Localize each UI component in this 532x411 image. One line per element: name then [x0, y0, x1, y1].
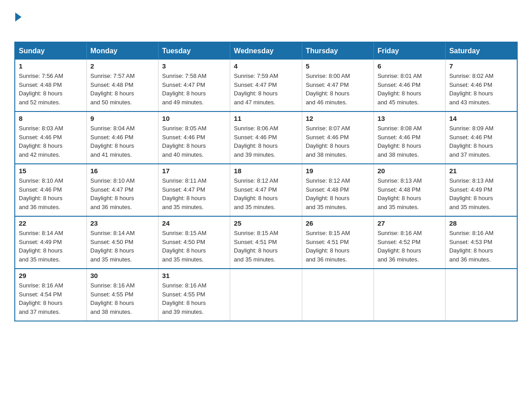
day-info: Sunrise: 8:13 AMSunset: 4:48 PMDaylight:…	[378, 176, 442, 211]
calendar-week-3: 15Sunrise: 8:10 AMSunset: 4:46 PMDayligh…	[15, 164, 517, 216]
day-info: Sunrise: 8:16 AMSunset: 4:52 PMDaylight:…	[378, 229, 442, 264]
day-number: 9	[90, 115, 154, 122]
day-number: 31	[162, 272, 226, 279]
calendar-week-4: 22Sunrise: 8:14 AMSunset: 4:49 PMDayligh…	[15, 216, 517, 269]
day-number: 7	[449, 62, 513, 70]
day-info: Sunrise: 8:02 AMSunset: 4:46 PMDaylight:…	[449, 72, 513, 107]
calendar-table: SundayMondayTuesdayWednesdayThursdayFrid…	[14, 42, 518, 321]
day-number: 24	[162, 219, 226, 227]
day-info: Sunrise: 8:06 AMSunset: 4:46 PMDaylight:…	[234, 124, 298, 159]
weekday-header-thursday: Thursday	[302, 42, 373, 60]
day-number: 19	[306, 167, 370, 175]
calendar-cell	[446, 269, 517, 321]
weekday-header-tuesday: Tuesday	[159, 42, 230, 60]
calendar-cell: 18Sunrise: 8:12 AMSunset: 4:47 PMDayligh…	[230, 164, 302, 216]
day-info: Sunrise: 8:12 AMSunset: 4:47 PMDaylight:…	[234, 176, 298, 211]
calendar-cell: 24Sunrise: 8:15 AMSunset: 4:50 PMDayligh…	[159, 216, 230, 269]
day-number: 27	[378, 219, 442, 227]
calendar-cell: 27Sunrise: 8:16 AMSunset: 4:52 PMDayligh…	[373, 216, 445, 269]
day-info: Sunrise: 8:11 AMSunset: 4:47 PMDaylight:…	[162, 176, 226, 211]
day-info: Sunrise: 8:16 AMSunset: 4:53 PMDaylight:…	[449, 229, 513, 264]
calendar-header-row: SundayMondayTuesdayWednesdayThursdayFrid…	[15, 42, 517, 60]
calendar-cell: 17Sunrise: 8:11 AMSunset: 4:47 PMDayligh…	[159, 164, 230, 216]
calendar-cell: 28Sunrise: 8:16 AMSunset: 4:53 PMDayligh…	[446, 216, 517, 269]
day-info: Sunrise: 8:12 AMSunset: 4:48 PMDaylight:…	[306, 176, 370, 211]
weekday-header-monday: Monday	[86, 42, 158, 60]
calendar-cell: 6Sunrise: 8:01 AMSunset: 4:46 PMDaylight…	[373, 60, 445, 111]
calendar-cell	[302, 269, 373, 321]
day-info: Sunrise: 8:16 AMSunset: 4:54 PMDaylight:…	[19, 281, 83, 316]
day-number: 25	[234, 219, 298, 227]
day-number: 2	[90, 62, 154, 70]
weekday-header-sunday: Sunday	[15, 42, 86, 60]
calendar-cell: 14Sunrise: 8:09 AMSunset: 4:46 PMDayligh…	[446, 111, 517, 164]
day-number: 18	[234, 167, 298, 175]
day-number: 29	[19, 272, 83, 279]
calendar-cell: 26Sunrise: 8:15 AMSunset: 4:51 PMDayligh…	[302, 216, 373, 269]
calendar-cell: 25Sunrise: 8:15 AMSunset: 4:51 PMDayligh…	[230, 216, 302, 269]
day-number: 28	[449, 219, 513, 227]
day-number: 11	[234, 115, 298, 122]
day-info: Sunrise: 8:07 AMSunset: 4:46 PMDaylight:…	[306, 124, 370, 159]
calendar-cell: 23Sunrise: 8:14 AMSunset: 4:50 PMDayligh…	[86, 216, 158, 269]
day-number: 13	[378, 115, 442, 122]
day-info: Sunrise: 8:08 AMSunset: 4:46 PMDaylight:…	[378, 124, 442, 159]
calendar-cell: 31Sunrise: 8:16 AMSunset: 4:55 PMDayligh…	[159, 269, 230, 321]
calendar-cell: 2Sunrise: 7:57 AMSunset: 4:48 PMDaylight…	[86, 60, 158, 111]
day-info: Sunrise: 8:14 AMSunset: 4:50 PMDaylight:…	[90, 229, 154, 264]
calendar-cell: 16Sunrise: 8:10 AMSunset: 4:47 PMDayligh…	[86, 164, 158, 216]
calendar-cell: 29Sunrise: 8:16 AMSunset: 4:54 PMDayligh…	[15, 269, 86, 321]
day-info: Sunrise: 7:58 AMSunset: 4:47 PMDaylight:…	[162, 72, 226, 107]
calendar-cell: 1Sunrise: 7:56 AMSunset: 4:48 PMDaylight…	[15, 60, 86, 111]
calendar-cell: 21Sunrise: 8:13 AMSunset: 4:49 PMDayligh…	[446, 164, 517, 216]
calendar-cell: 4Sunrise: 7:59 AMSunset: 4:47 PMDaylight…	[230, 60, 302, 111]
calendar-cell: 3Sunrise: 7:58 AMSunset: 4:47 PMDaylight…	[159, 60, 230, 111]
day-info: Sunrise: 8:15 AMSunset: 4:51 PMDaylight:…	[234, 229, 298, 264]
day-number: 3	[162, 62, 226, 70]
day-info: Sunrise: 8:10 AMSunset: 4:47 PMDaylight:…	[90, 176, 154, 211]
calendar-cell: 30Sunrise: 8:16 AMSunset: 4:55 PMDayligh…	[86, 269, 158, 321]
day-info: Sunrise: 8:03 AMSunset: 4:46 PMDaylight:…	[19, 124, 83, 159]
calendar-cell: 15Sunrise: 8:10 AMSunset: 4:46 PMDayligh…	[15, 164, 86, 216]
day-number: 17	[162, 167, 226, 175]
day-info: Sunrise: 8:14 AMSunset: 4:49 PMDaylight:…	[19, 229, 83, 264]
calendar-cell: 22Sunrise: 8:14 AMSunset: 4:49 PMDayligh…	[15, 216, 86, 269]
calendar-cell	[230, 269, 302, 321]
day-number: 22	[19, 219, 83, 227]
calendar-week-5: 29Sunrise: 8:16 AMSunset: 4:54 PMDayligh…	[15, 269, 517, 321]
day-info: Sunrise: 8:13 AMSunset: 4:49 PMDaylight:…	[449, 176, 513, 211]
calendar-cell: 7Sunrise: 8:02 AMSunset: 4:46 PMDaylight…	[446, 60, 517, 111]
day-number: 14	[449, 115, 513, 122]
calendar-cell: 13Sunrise: 8:08 AMSunset: 4:46 PMDayligh…	[373, 111, 445, 164]
calendar-cell: 19Sunrise: 8:12 AMSunset: 4:48 PMDayligh…	[302, 164, 373, 216]
day-number: 21	[449, 167, 513, 175]
day-number: 15	[19, 167, 83, 175]
day-info: Sunrise: 8:16 AMSunset: 4:55 PMDaylight:…	[90, 281, 154, 316]
day-number: 6	[378, 62, 442, 70]
day-info: Sunrise: 7:59 AMSunset: 4:47 PMDaylight:…	[234, 72, 298, 107]
calendar-cell: 10Sunrise: 8:05 AMSunset: 4:46 PMDayligh…	[159, 111, 230, 164]
calendar-week-2: 8Sunrise: 8:03 AMSunset: 4:46 PMDaylight…	[15, 111, 517, 164]
weekday-header-friday: Friday	[373, 42, 445, 60]
calendar-week-1: 1Sunrise: 7:56 AMSunset: 4:48 PMDaylight…	[15, 60, 517, 111]
calendar-cell: 9Sunrise: 8:04 AMSunset: 4:46 PMDaylight…	[86, 111, 158, 164]
day-number: 20	[378, 167, 442, 175]
day-number: 8	[19, 115, 83, 122]
calendar-cell: 8Sunrise: 8:03 AMSunset: 4:46 PMDaylight…	[15, 111, 86, 164]
logo	[14, 11, 21, 34]
day-info: Sunrise: 8:01 AMSunset: 4:46 PMDaylight:…	[378, 72, 442, 107]
calendar-cell: 20Sunrise: 8:13 AMSunset: 4:48 PMDayligh…	[373, 164, 445, 216]
day-number: 26	[306, 219, 370, 227]
day-number: 12	[306, 115, 370, 122]
day-info: Sunrise: 8:09 AMSunset: 4:46 PMDaylight:…	[449, 124, 513, 159]
calendar-cell: 11Sunrise: 8:06 AMSunset: 4:46 PMDayligh…	[230, 111, 302, 164]
weekday-header-wednesday: Wednesday	[230, 42, 302, 60]
day-info: Sunrise: 7:57 AMSunset: 4:48 PMDaylight:…	[90, 72, 154, 107]
day-info: Sunrise: 8:10 AMSunset: 4:46 PMDaylight:…	[19, 176, 83, 211]
day-number: 23	[90, 219, 154, 227]
day-number: 30	[90, 272, 154, 279]
day-info: Sunrise: 8:15 AMSunset: 4:51 PMDaylight:…	[306, 229, 370, 264]
calendar-cell: 12Sunrise: 8:07 AMSunset: 4:46 PMDayligh…	[302, 111, 373, 164]
day-info: Sunrise: 8:04 AMSunset: 4:46 PMDaylight:…	[90, 124, 154, 159]
weekday-header-saturday: Saturday	[446, 42, 517, 60]
